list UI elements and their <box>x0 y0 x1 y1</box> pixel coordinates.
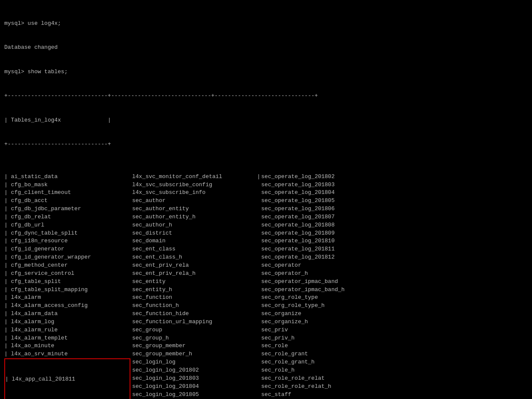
table-row: sec_role <box>261 342 385 350</box>
table-row: | l4x_alarm_rule <box>4 326 130 334</box>
table-row: sec_priv_h <box>261 334 385 342</box>
table-row: sec_author_h <box>132 221 256 229</box>
table-row: sec_login_log_201805 <box>132 391 256 399</box>
table-row: | cfg_id_generator <box>4 245 130 253</box>
table-row: sec_operate_log_201804 <box>261 189 385 197</box>
table-row: sec_operate_log_201810 <box>261 237 385 245</box>
col3: sec_operate_log_201802 sec_operate_log_2… <box>261 173 385 399</box>
table-row: | cfg_client_timeout <box>4 189 130 197</box>
table-row: sec_ent_priv_rela_h <box>132 270 256 278</box>
table-row: sec_operate_log_201806 <box>261 205 385 213</box>
table-row: | l4x_alarm_log <box>4 318 130 326</box>
table-row: sec_organize_h <box>261 318 385 326</box>
table-row: sec_operate_log_201808 <box>261 221 385 229</box>
table-row: sec_operator <box>261 262 385 270</box>
table-row: sec_author_entity_h <box>132 213 256 221</box>
table-row: sec_operator_h <box>261 270 385 278</box>
separator-top: +------------------------------+--------… <box>4 92 528 100</box>
col2: l4x_svc_monitor_conf_detail l4x_svc_subs… <box>132 173 256 399</box>
table-row: sec_ent_priv_rela <box>132 262 256 270</box>
table-row: | cfg_method_center <box>4 262 130 270</box>
table-row: l4x_svc_subscribe_info <box>132 189 256 197</box>
table-row: sec_operate_log_201811 <box>261 245 385 253</box>
table-row: sec_function <box>132 294 256 302</box>
table-row: | l4x_app_call_201811 <box>5 375 130 384</box>
table-row: sec_district <box>132 229 256 238</box>
table-row: sec_operator_ipmac_band <box>261 278 385 286</box>
table-row: | cfg_db_jdbc_parameter <box>4 205 130 213</box>
table-row: | cfg_db_acct <box>4 197 130 205</box>
table-row: sec_group_member <box>132 342 256 350</box>
table-row: sec_operate_log_201807 <box>261 213 385 221</box>
table-row: | cfg_bo_mask <box>4 181 130 189</box>
table-row: sec_ent_class <box>132 245 256 253</box>
table-row: sec_domain <box>132 237 256 245</box>
table-row: sec_role_role_relat <box>261 375 385 383</box>
table-row: | l4x_alarm_access_config <box>4 302 130 310</box>
prompt-line-3: mysql> show tables; <box>4 68 528 76</box>
table-row: | ai_static_data <box>4 173 130 181</box>
table-row: sec_role_grant_h <box>261 358 385 366</box>
table-row: l4x_svc_monitor_conf_detail <box>132 173 256 181</box>
table-row: sec_login_log_201804 <box>132 383 256 391</box>
table-row: | l4x_ao_srv_minute <box>4 350 130 358</box>
prompt-line-1: mysql> use log4x; <box>4 20 528 28</box>
table-row: | cfg_db_url <box>4 221 130 229</box>
table-row: sec_login_log_201802 <box>132 366 256 375</box>
table-row: sec_role_grant <box>261 350 385 358</box>
table-row: | cfg_dync_table_split <box>4 229 130 238</box>
table-row: sec_login_log_201803 <box>132 375 256 383</box>
table-row: sec_login_log <box>132 358 256 366</box>
table-row: sec_ent_class_h <box>132 253 256 262</box>
table-row: sec_role_h <box>261 366 385 375</box>
terminal: mysql> use log4x; Database changed mysql… <box>4 3 528 399</box>
table-row: sec_operate_log_201809 <box>261 229 385 238</box>
table-row: sec_function_hide <box>132 310 256 318</box>
table-row: sec_role_role_relat_h <box>261 383 385 391</box>
table-row: | l4x_ao_minute <box>4 342 130 350</box>
table-row: sec_operate_log_201803 <box>261 181 385 189</box>
table-row: | cfg_i18n_resource <box>4 237 130 245</box>
table-row: sec_function_url_mapping <box>132 318 256 326</box>
table-row: sec_group_h <box>132 334 256 342</box>
table-row: | cfg_table_split <box>4 278 130 286</box>
prompt-line-2: Database changed <box>4 44 528 52</box>
table-row: | cfg_id_generator_wrapper <box>4 253 130 262</box>
table-row: | cfg_service_control <box>4 270 130 278</box>
table-row: l4x_svc_subscribe_config <box>132 181 256 189</box>
table-row: | l4x_alarm <box>4 294 130 302</box>
table-row: sec_operate_log_201805 <box>261 197 385 205</box>
table-row: sec_entity <box>132 278 256 286</box>
table-row: sec_function_h <box>132 302 256 310</box>
highlighted-group-1: | l4x_app_call_201811 | l4x_app_call_201… <box>4 358 130 399</box>
table-row: sec_operator_ipmac_band_h <box>261 286 385 294</box>
table-row: sec_org_role_type <box>261 294 385 302</box>
table-content: | ai_static_data | cfg_bo_mask | cfg_cli… <box>4 173 528 399</box>
table-row: | cfg_db_relat <box>4 213 130 221</box>
table-row: sec_group <box>132 326 256 334</box>
table-row: sec_org_role_type_h <box>261 302 385 310</box>
table-row: sec_author <box>132 197 256 205</box>
table-row: sec_operate_log_201812 <box>261 253 385 262</box>
table-row: sec_group_member_h <box>132 350 256 358</box>
separator-header: +------------------------------+ <box>4 140 528 149</box>
table-row: | l4x_alarm_templet <box>4 334 130 342</box>
col-divider-2: | <box>256 173 261 181</box>
table-row: sec_organize <box>261 310 385 318</box>
table-row: sec_author_entity <box>132 205 256 213</box>
table-row: | cfg_table_split_mapping <box>4 286 130 294</box>
table-header: | Tables_in_log4x | <box>4 116 528 125</box>
table-row: sec_priv <box>261 326 385 334</box>
table-row: sec_operate_log_201802 <box>261 173 385 181</box>
table-row: sec_entity_h <box>132 286 256 294</box>
table-row: sec_staff <box>261 391 385 399</box>
col1: | ai_static_data | cfg_bo_mask | cfg_cli… <box>4 173 130 399</box>
table-row: | l4x_alarm_data <box>4 310 130 318</box>
